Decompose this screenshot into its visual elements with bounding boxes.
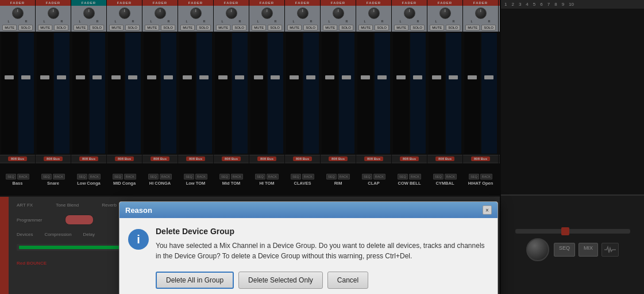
- dialog-content: Delete Device Group You have selected a …: [156, 227, 489, 261]
- cancel-button[interactable]: Cancel: [327, 272, 368, 289]
- dialog-titlebar: Reason ×: [119, 202, 498, 218]
- dialog-overlay: Reason × i Delete Device Group You have …: [0, 0, 644, 294]
- dialog-buttons: Delete All in Group Delete Selected Only…: [147, 267, 498, 294]
- dialog-title: Reason: [125, 206, 152, 215]
- dialog-message: You have selected a Mix Channel in a Dev…: [156, 240, 489, 261]
- dialog: Reason × i Delete Device Group You have …: [119, 201, 498, 294]
- dialog-body: i Delete Device Group You have selected …: [119, 218, 498, 267]
- delete-all-button[interactable]: Delete All in Group: [156, 272, 234, 289]
- dialog-info-icon: i: [128, 229, 149, 250]
- delete-selected-button[interactable]: Delete Selected Only: [238, 272, 323, 289]
- dialog-close-button[interactable]: ×: [483, 205, 492, 215]
- dialog-heading: Delete Device Group: [156, 227, 489, 236]
